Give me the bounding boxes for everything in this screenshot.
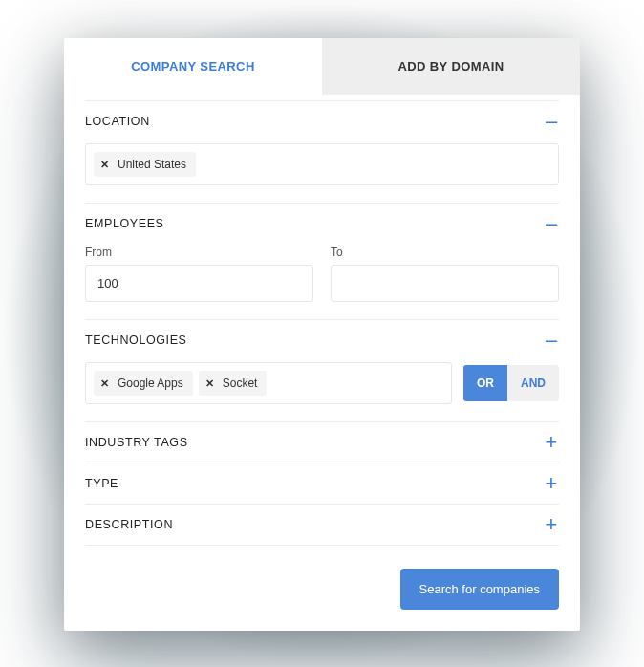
technology-chip: ✕ Socket [199,371,268,396]
minus-icon: – [544,117,559,126]
logic-toggle: OR AND [463,365,559,401]
section-title: TYPE [85,477,118,490]
plus-icon: + [544,520,559,529]
chip-label: Socket [223,377,258,390]
logic-or-button[interactable]: OR [463,365,507,401]
minus-icon: – [544,219,559,228]
section-title: INDUSTRY TAGS [85,436,188,449]
plus-icon: + [544,438,559,447]
section-header-description[interactable]: DESCRIPTION + [85,505,559,545]
section-industry-tags: INDUSTRY TAGS + [85,422,559,463]
section-header-location[interactable]: LOCATION – [85,101,559,138]
location-chip: ✕ United States [94,152,196,177]
section-technologies: TECHNOLOGIES – ✕ Google Apps ✕ Socket [85,320,559,422]
search-form: LOCATION – ✕ United States EMPLOYEES – [64,95,580,631]
section-employees: EMPLOYEES – From To [85,204,559,320]
employees-from-input[interactable] [85,265,313,302]
employees-to-label: To [331,246,559,259]
section-title: TECHNOLOGIES [85,334,187,347]
close-icon[interactable]: ✕ [205,377,214,390]
chip-label: Google Apps [118,377,183,390]
section-location: LOCATION – ✕ United States [85,100,559,204]
company-search-card: COMPANY SEARCH ADD BY DOMAIN LOCATION – … [64,38,580,631]
close-icon[interactable]: ✕ [100,159,109,171]
employees-from-label: From [85,246,313,259]
employees-to-input[interactable] [331,265,559,302]
chip-label: United States [118,158,186,171]
section-header-industry-tags[interactable]: INDUSTRY TAGS + [85,422,559,463]
section-title: LOCATION [85,115,150,128]
technology-chip: ✕ Google Apps [94,371,193,396]
section-description: DESCRIPTION + [85,505,559,546]
tab-add-by-domain[interactable]: ADD BY DOMAIN [322,38,580,95]
section-title: EMPLOYEES [85,217,164,230]
section-header-technologies[interactable]: TECHNOLOGIES – [85,320,559,356]
section-title: DESCRIPTION [85,518,173,531]
tab-company-search[interactable]: COMPANY SEARCH [64,38,322,95]
actions-row: Search for companies [85,546,559,610]
tabs: COMPANY SEARCH ADD BY DOMAIN [64,38,580,95]
section-header-employees[interactable]: EMPLOYEES – [85,204,559,240]
plus-icon: + [544,479,559,488]
close-icon[interactable]: ✕ [100,377,109,390]
section-header-type[interactable]: TYPE + [85,463,559,504]
section-type: TYPE + [85,463,559,505]
search-button[interactable]: Search for companies [400,569,559,610]
minus-icon: – [544,335,559,345]
technologies-input[interactable]: ✕ Google Apps ✕ Socket [85,362,452,404]
location-input[interactable]: ✕ United States [85,143,559,185]
logic-and-button[interactable]: AND [507,365,559,401]
